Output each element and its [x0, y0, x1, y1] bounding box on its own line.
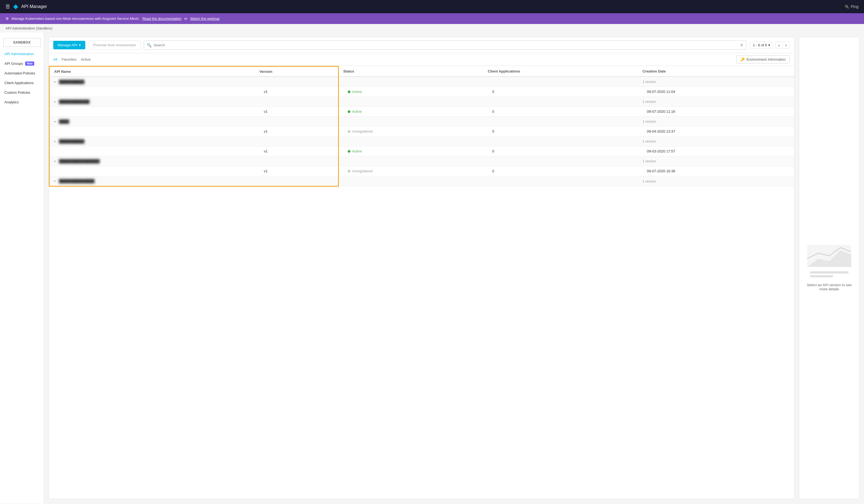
- nav-title: API Manager: [21, 4, 47, 9]
- sidebar-item-client-applications[interactable]: Client Applications: [0, 78, 44, 88]
- tab-all[interactable]: All: [53, 56, 57, 63]
- new-badge: New: [25, 61, 34, 66]
- status-dot: [348, 130, 350, 133]
- status-cell: Unregistered: [338, 166, 483, 176]
- page-nav: ‹ ›: [776, 42, 790, 49]
- chevron-icon: ▾: [54, 180, 56, 183]
- table-row[interactable]: ▾ ████ 1 version: [49, 116, 794, 126]
- sidebar-item-automated-policies[interactable]: Automated Policies: [0, 69, 44, 78]
- toolbar: Manage API ▾ Promote from environment 🔍 …: [49, 37, 794, 53]
- table-row[interactable]: v1 Active 0 09-07-2020 11:04: [49, 87, 794, 97]
- date-cell: 1 version: [638, 97, 794, 107]
- right-panel-helper-text: Select an API version to see more detail…: [805, 283, 854, 291]
- table-body: ▾ ██████████ 1 version v1: [49, 77, 794, 186]
- env-selector[interactable]: SANDBOX: [3, 38, 40, 47]
- clients-cell: 0: [483, 87, 638, 97]
- chevron-icon: ▾: [54, 80, 56, 84]
- status-dot: [348, 90, 350, 93]
- col-version: Version: [255, 66, 338, 77]
- manage-api-label: Manage API: [58, 43, 77, 47]
- status-cell: Active: [338, 146, 483, 156]
- col-client-apps: Client Applications: [483, 66, 638, 77]
- table-row[interactable]: v1 Active 0 09-03-2020 17:57: [49, 146, 794, 156]
- indent-cell: [49, 166, 255, 176]
- search-input[interactable]: [154, 43, 738, 47]
- search-clear-icon[interactable]: ✕: [740, 42, 743, 48]
- sidebar-label: API Groups: [4, 61, 23, 66]
- status-cell: [338, 176, 483, 186]
- date-cell: 1 version: [638, 116, 794, 126]
- table-row[interactable]: ▾ ██████████████ 1 version: [49, 176, 794, 186]
- chevron-down-icon: ▾: [768, 43, 770, 47]
- col-status: Status: [338, 66, 483, 77]
- ping-label[interactable]: Ping: [851, 4, 859, 9]
- sidebar-item-api-administration[interactable]: API Administration: [0, 49, 44, 59]
- env-info-button[interactable]: 🔑 Environment Information: [736, 56, 790, 63]
- table-row[interactable]: ▾ ████████████ 1 version: [49, 97, 794, 107]
- clients-cell: [483, 77, 638, 87]
- chevron-icon: ▾: [54, 120, 56, 123]
- status-dot: [348, 110, 350, 113]
- tab-active[interactable]: Active: [81, 56, 91, 63]
- chevron-icon: ▾: [54, 100, 56, 103]
- clients-cell: [483, 116, 638, 126]
- banner-link-webinar[interactable]: Watch the webinar: [190, 16, 220, 21]
- table-row[interactable]: ▾ ████████████████ 1 version: [49, 156, 794, 166]
- table-row[interactable]: v1 Active 0 09-07-2020 11:16: [49, 107, 794, 116]
- clients-cell: [483, 97, 638, 107]
- env-info-label: Environment Information: [746, 57, 785, 61]
- api-name-blurred: ██████████: [59, 80, 84, 84]
- status-cell: Unregistered: [338, 126, 483, 136]
- sidebar-item-api-groups[interactable]: API Groups New: [0, 59, 44, 69]
- chevron-down-icon: ▾: [79, 43, 81, 47]
- details-placeholder: [810, 271, 849, 278]
- tab-favorites[interactable]: Favorites: [61, 56, 76, 63]
- indent-cell: [49, 146, 255, 156]
- version-cell: [255, 97, 338, 107]
- status-cell: [338, 116, 483, 126]
- top-nav: ☰ ◆ API Manager 🔌 Ping: [0, 0, 864, 13]
- content-area: Manage API ▾ Promote from environment 🔍 …: [44, 33, 864, 503]
- sidebar-item-analytics[interactable]: Analytics: [0, 97, 44, 107]
- ping-icon: 🔌: [844, 4, 849, 9]
- status-cell: [338, 156, 483, 166]
- next-page-button[interactable]: ›: [783, 42, 790, 49]
- col-api-name: API Name: [49, 66, 255, 77]
- sidebar-item-custom-policies[interactable]: Custom Policies: [0, 88, 44, 97]
- clients-cell: 0: [483, 146, 638, 156]
- date-cell: 09-07-2020 11:04: [638, 87, 794, 97]
- banner-link-docs[interactable]: Read the documentation: [142, 16, 182, 21]
- indent-cell: [49, 107, 255, 116]
- table-header: API Name Version Status Client Applicati…: [49, 66, 794, 77]
- line-placeholder-short: [810, 275, 833, 278]
- date-cell: 1 version: [638, 136, 794, 146]
- clients-cell: 0: [483, 166, 638, 176]
- manage-api-button[interactable]: Manage API ▾: [53, 41, 85, 49]
- version-cell: v1: [255, 166, 338, 176]
- filter-tabs: All Favorites Active: [53, 56, 91, 63]
- page-info[interactable]: 1 - 6 of 6 ▾: [750, 42, 773, 49]
- prev-page-button[interactable]: ‹: [776, 42, 783, 49]
- chevron-icon: ▾: [54, 140, 56, 143]
- search-box: 🔍 ✕: [144, 40, 747, 50]
- status-cell: [338, 136, 483, 146]
- group-name-cell: ▾ ██████████: [49, 136, 255, 146]
- sidebar-label: Analytics: [4, 100, 19, 104]
- table-row[interactable]: ▾ ██████████ 1 version: [49, 136, 794, 146]
- sidebar-label: Client Applications: [4, 81, 34, 85]
- table-row[interactable]: ▾ ██████████ 1 version: [49, 77, 794, 87]
- chevron-icon: ▾: [54, 160, 56, 163]
- table-row[interactable]: v1 Unregistered 0 09-07-2020 16:36: [49, 166, 794, 176]
- breadcrumb: API Administration (Sandbox): [0, 24, 864, 33]
- table-row[interactable]: v1 Unregistered 0 09-04-2020 13:37: [49, 126, 794, 136]
- sidebar: SANDBOX API Administration API Groups Ne…: [0, 33, 44, 503]
- banner-sep: or: [184, 16, 188, 21]
- group-name-cell: ▾ ████: [49, 116, 255, 126]
- group-name-cell: ▾ ████████████████: [49, 156, 255, 166]
- group-name-cell: ▾ ██████████: [49, 77, 255, 87]
- indent-cell: [49, 126, 255, 136]
- version-cell: v1: [255, 146, 338, 156]
- hamburger-icon[interactable]: ☰: [5, 3, 10, 10]
- status-cell: Active: [338, 87, 483, 97]
- promote-env-button[interactable]: Promote from environment: [88, 40, 141, 50]
